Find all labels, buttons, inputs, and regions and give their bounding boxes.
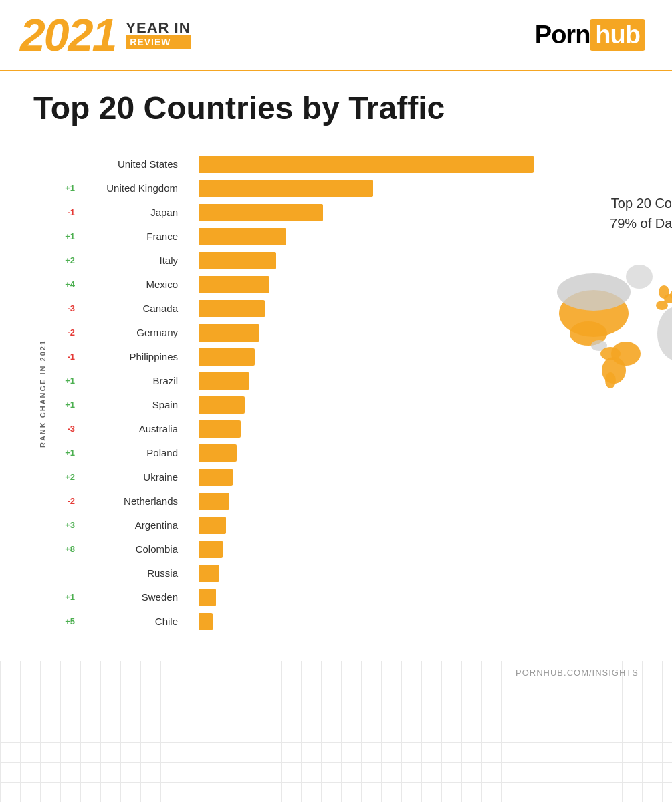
bar bbox=[199, 589, 216, 606]
left-row: +1Poland bbox=[52, 442, 199, 464]
bar-row bbox=[199, 442, 534, 464]
country-name: Ukraine bbox=[79, 471, 186, 483]
bar-row bbox=[199, 514, 534, 537]
rank-change: +4 bbox=[52, 279, 79, 289]
world-map bbox=[547, 247, 672, 394]
svg-point-7 bbox=[605, 372, 616, 388]
right-section: Top 20 Countries =79% of Daily Traffic bbox=[534, 153, 672, 634]
bar-row bbox=[199, 153, 534, 176]
country-name: Russia bbox=[79, 567, 186, 579]
footer: PORNHUB.COM/INSIGHTS bbox=[0, 661, 672, 691]
left-row: +1Brazil bbox=[52, 370, 199, 392]
bar-row bbox=[199, 177, 534, 200]
bars-section bbox=[199, 153, 534, 634]
footer-url: PORNHUB.COM/INSIGHTS bbox=[516, 668, 639, 678]
y-axis-wrapper: RANK CHANGE IN 2021 bbox=[33, 153, 52, 634]
left-row: Russia bbox=[52, 562, 199, 585]
country-name: France bbox=[79, 231, 186, 242]
bar bbox=[199, 252, 276, 269]
country-name: Brazil bbox=[79, 375, 186, 386]
svg-point-6 bbox=[611, 342, 641, 366]
bar bbox=[199, 300, 265, 317]
country-name: Philippines bbox=[79, 351, 186, 362]
rank-change: +1 bbox=[52, 376, 79, 386]
left-row: +8Colombia bbox=[52, 538, 199, 561]
rank-change: +1 bbox=[52, 592, 79, 602]
hub-badge: hub bbox=[590, 19, 645, 51]
svg-point-1 bbox=[557, 273, 631, 311]
year-in-review-logo: 2021 YEAR IN REVIEW bbox=[20, 12, 191, 57]
bar bbox=[199, 493, 229, 510]
country-name: Poland bbox=[79, 447, 186, 458]
bar-row bbox=[199, 610, 534, 633]
header: 2021 YEAR IN REVIEW Porn hub bbox=[0, 0, 672, 70]
bar bbox=[199, 565, 219, 582]
left-row: +1United Kingdom bbox=[52, 177, 199, 200]
bar bbox=[199, 444, 237, 462]
rank-change: -3 bbox=[52, 303, 79, 313]
bar-row bbox=[199, 201, 534, 224]
bar-row bbox=[199, 490, 534, 513]
left-row: +3Argentina bbox=[52, 514, 199, 537]
y-axis-label: RANK CHANGE IN 2021 bbox=[39, 340, 47, 448]
left-row: +1France bbox=[52, 225, 199, 248]
bar bbox=[199, 420, 241, 438]
country-name: Colombia bbox=[79, 543, 186, 555]
left-row: +2Ukraine bbox=[52, 466, 199, 489]
rank-change: -1 bbox=[52, 352, 79, 362]
bar bbox=[199, 541, 223, 558]
bar-row bbox=[199, 418, 534, 440]
rank-change: +1 bbox=[52, 448, 79, 458]
country-name: Chile bbox=[79, 616, 186, 627]
bar bbox=[199, 156, 534, 173]
left-row: +1Spain bbox=[52, 394, 199, 416]
bar bbox=[199, 517, 226, 534]
bar-row bbox=[199, 466, 534, 489]
country-name: United Kingdom bbox=[79, 182, 186, 194]
bar-row bbox=[199, 370, 534, 392]
left-row: -1Japan bbox=[52, 201, 199, 224]
rank-change: +1 bbox=[52, 400, 79, 410]
left-row: -1Philippines bbox=[52, 346, 199, 368]
country-name: Japan bbox=[79, 207, 186, 218]
review-badge: REVIEW bbox=[126, 35, 190, 49]
rank-change: +1 bbox=[52, 183, 79, 193]
bar bbox=[199, 396, 245, 414]
year-label: YEAR IN bbox=[126, 21, 190, 35]
rank-change: -2 bbox=[52, 327, 79, 338]
bar-row bbox=[199, 225, 534, 248]
main-content: Top 20 Countries by Traffic RANK CHANGE … bbox=[0, 71, 672, 661]
left-row: +2Italy bbox=[52, 249, 199, 272]
bar bbox=[199, 372, 249, 390]
bar bbox=[199, 180, 373, 197]
left-row: -2Germany bbox=[52, 321, 199, 344]
country-name: Australia bbox=[79, 423, 186, 434]
page-title: Top 20 Countries by Traffic bbox=[33, 91, 639, 126]
bar-row bbox=[199, 586, 534, 609]
chart-container: RANK CHANGE IN 2021 United States+1Unite… bbox=[33, 153, 639, 634]
rank-change: +3 bbox=[52, 520, 79, 530]
svg-point-18 bbox=[657, 307, 672, 360]
left-row: -3Canada bbox=[52, 297, 199, 320]
year-in-review-text: YEAR IN REVIEW bbox=[126, 21, 190, 49]
left-row: +4Mexico bbox=[52, 273, 199, 296]
rank-change: -2 bbox=[52, 496, 79, 506]
rank-change: -3 bbox=[52, 424, 79, 434]
svg-point-11 bbox=[656, 301, 668, 310]
country-name: Argentina bbox=[79, 519, 186, 531]
porn-text: Porn bbox=[535, 21, 590, 49]
left-row: -3Australia bbox=[52, 418, 199, 440]
country-name: United States bbox=[79, 158, 186, 170]
bar bbox=[199, 204, 323, 221]
rank-change: +5 bbox=[52, 616, 79, 626]
country-name: Sweden bbox=[79, 591, 186, 603]
country-name: Spain bbox=[79, 399, 186, 410]
bar-row bbox=[199, 321, 534, 344]
bar-row bbox=[199, 273, 534, 296]
bar-row bbox=[199, 297, 534, 320]
bar bbox=[199, 469, 233, 486]
bar bbox=[199, 324, 259, 342]
bar bbox=[199, 613, 213, 630]
left-row: United States bbox=[52, 153, 199, 176]
rank-change: +2 bbox=[52, 472, 79, 482]
